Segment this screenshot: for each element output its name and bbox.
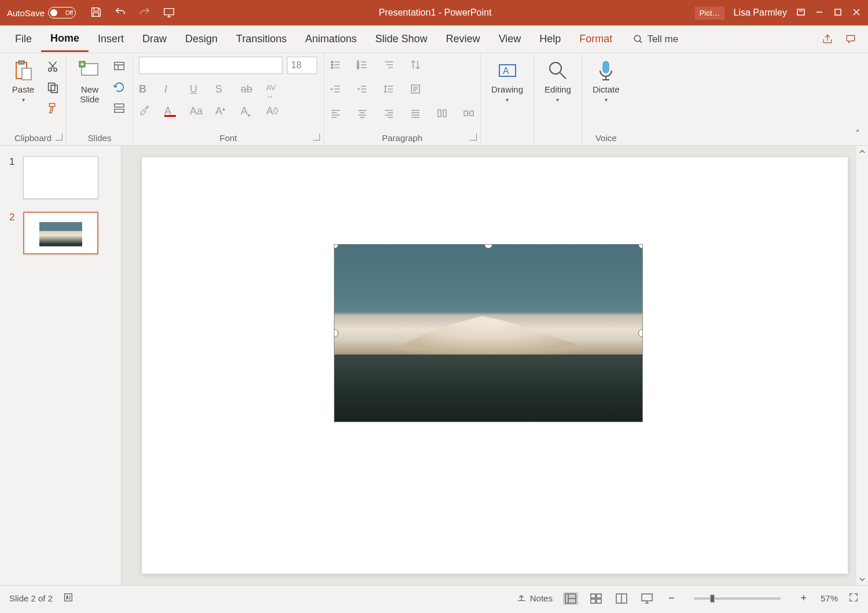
slide-thumbnail-2[interactable]: 2 <box>9 212 112 254</box>
dialog-launcher-icon[interactable] <box>470 134 477 141</box>
minimize-icon[interactable] <box>815 8 824 19</box>
group-voice: Dictate ▾ Voice <box>582 53 630 145</box>
underline-icon[interactable]: U <box>190 83 201 95</box>
italic-icon[interactable]: I <box>164 83 176 95</box>
redo-icon[interactable] <box>138 6 151 20</box>
tab-design[interactable]: Design <box>176 27 227 51</box>
resize-handle-r[interactable] <box>638 329 643 337</box>
section-icon[interactable] <box>112 101 127 116</box>
increase-font-icon[interactable]: A▴ <box>215 105 227 117</box>
zoom-slider[interactable] <box>694 597 781 600</box>
spell-check-icon[interactable] <box>63 592 73 604</box>
font-name-input[interactable] <box>139 57 282 74</box>
slide-canvas[interactable] <box>142 157 848 574</box>
layout-icon[interactable] <box>112 59 127 74</box>
format-painter-icon[interactable] <box>45 101 60 116</box>
fit-to-window-icon[interactable] <box>848 592 859 604</box>
autosave-switch[interactable]: Off <box>48 7 76 19</box>
shadow-icon[interactable]: S <box>215 83 227 95</box>
align-left-icon[interactable] <box>330 108 341 121</box>
dialog-launcher-icon[interactable] <box>56 134 62 141</box>
selected-image[interactable] <box>334 244 643 422</box>
tab-home[interactable]: Home <box>41 27 89 52</box>
drawing-button[interactable]: A Drawing ▾ <box>487 57 528 105</box>
resize-handle-tr[interactable] <box>638 244 643 249</box>
zoom-in-button[interactable]: + <box>797 592 810 604</box>
editing-button[interactable]: Editing ▾ <box>540 57 576 105</box>
align-center-icon[interactable] <box>356 108 368 121</box>
align-text-icon[interactable] <box>410 83 421 97</box>
new-slide-button[interactable]: New Slide <box>72 57 107 106</box>
undo-icon[interactable] <box>114 6 127 20</box>
tab-file[interactable]: File <box>6 27 41 51</box>
resize-handle-tl[interactable] <box>334 244 339 249</box>
reset-icon[interactable] <box>112 80 127 95</box>
bold-icon[interactable]: B <box>139 83 150 95</box>
comments-icon[interactable] <box>845 34 856 45</box>
dialog-launcher-icon[interactable] <box>313 134 320 141</box>
columns-icon[interactable] <box>436 108 448 121</box>
save-icon[interactable] <box>90 6 102 20</box>
user-name[interactable]: Lisa Parmley <box>734 8 787 18</box>
highlight-icon[interactable] <box>139 104 150 118</box>
paste-button[interactable]: Paste ▾ <box>6 57 41 105</box>
maximize-icon[interactable] <box>833 8 843 19</box>
dictate-button[interactable]: Dictate ▾ <box>588 57 624 105</box>
change-case-icon[interactable]: Aa <box>190 105 201 117</box>
zoom-level[interactable]: 57% <box>821 593 838 603</box>
share-icon[interactable] <box>822 34 833 45</box>
normal-view-button[interactable] <box>563 592 578 605</box>
cut-icon[interactable] <box>45 59 60 74</box>
font-color-icon[interactable]: A <box>164 105 176 117</box>
notes-button[interactable]: Notes <box>516 593 553 604</box>
smartart-icon[interactable] <box>463 108 475 121</box>
tab-insert[interactable]: Insert <box>89 27 133 51</box>
justify-icon[interactable] <box>410 108 421 121</box>
start-from-beginning-icon[interactable] <box>163 6 175 20</box>
picture-tools-contextual[interactable]: Pict… <box>695 6 724 20</box>
resize-handle-bl[interactable] <box>334 418 339 422</box>
resize-handle-l[interactable] <box>334 329 339 337</box>
tab-slideshow[interactable]: Slide Show <box>366 27 437 51</box>
reading-view-button[interactable] <box>614 592 629 605</box>
close-icon[interactable] <box>852 8 861 19</box>
font-size-input[interactable]: 18 <box>287 57 317 74</box>
tab-help[interactable]: Help <box>530 27 570 51</box>
tell-me-search[interactable]: Tell me <box>633 34 678 45</box>
zoom-slider-thumb[interactable] <box>710 594 715 603</box>
zoom-out-button[interactable]: − <box>665 592 678 604</box>
tab-format[interactable]: Format <box>570 27 621 51</box>
autosave-toggle[interactable]: AutoSave Off <box>0 7 83 19</box>
slide-sorter-view-button[interactable] <box>589 592 604 605</box>
increase-indent-icon[interactable] <box>356 83 368 97</box>
tab-draw[interactable]: Draw <box>133 27 176 51</box>
bullets-icon[interactable] <box>330 59 341 73</box>
tab-animations[interactable]: Animations <box>296 27 366 51</box>
slide-thumbnail-1[interactable]: 1 <box>9 156 112 199</box>
tab-transitions[interactable]: Transitions <box>227 27 296 51</box>
tab-view[interactable]: View <box>490 27 531 51</box>
slide-position: Slide 2 of 2 <box>9 593 53 603</box>
line-spacing-icon[interactable] <box>383 83 395 97</box>
ribbon-display-icon[interactable] <box>796 8 806 19</box>
character-spacing-icon[interactable]: AV↔ <box>266 83 278 95</box>
strikethrough-icon[interactable]: ab <box>241 83 252 95</box>
scroll-down-icon[interactable] <box>859 576 866 583</box>
align-right-icon[interactable] <box>383 108 395 121</box>
decrease-indent-icon[interactable] <box>330 83 341 97</box>
numbering-icon[interactable]: 123 <box>356 59 368 73</box>
tab-review[interactable]: Review <box>437 27 490 51</box>
clear-formatting-icon[interactable]: A◊ <box>266 105 278 117</box>
group-label: Paragraph <box>330 130 475 145</box>
list-level-icon[interactable] <box>383 59 395 73</box>
copy-icon[interactable] <box>45 80 60 95</box>
resize-handle-t[interactable] <box>484 244 492 249</box>
decrease-font-icon[interactable]: A▾ <box>241 105 252 117</box>
slideshow-view-button[interactable] <box>639 592 654 605</box>
scroll-up-icon[interactable] <box>859 148 866 155</box>
vertical-scrollbar[interactable] <box>856 146 868 585</box>
resize-handle-br[interactable] <box>638 418 643 422</box>
text-direction-icon[interactable] <box>410 59 421 73</box>
resize-handle-b[interactable] <box>484 418 492 422</box>
collapse-ribbon-icon[interactable]: ˄ <box>847 123 868 145</box>
